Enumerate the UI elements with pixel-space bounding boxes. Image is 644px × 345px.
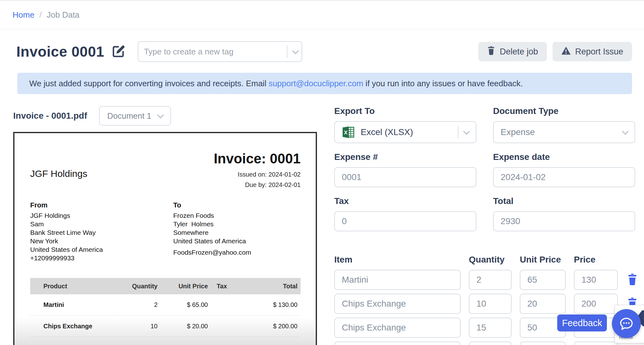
document-type-label: Document Type xyxy=(493,106,635,116)
to-line: Tyler Holmes xyxy=(173,220,251,228)
report-issue-button[interactable]: Report Issue xyxy=(552,42,632,61)
cell-quantity: 10 xyxy=(120,323,158,330)
to-line: United States of America xyxy=(173,237,251,245)
preview-table-row: Martini 2 $ 65.00 $ 130.00 xyxy=(30,294,301,315)
page-header: Invoice 0001 Delete job xyxy=(16,41,632,62)
from-line: New York xyxy=(30,237,173,245)
item-unit-price-input[interactable] xyxy=(520,294,566,314)
to-block: To Frozen Foods Tyler Holmes Somewhere U… xyxy=(173,201,251,262)
feedback-button[interactable]: Feedback xyxy=(557,314,607,331)
to-line: Frozen Foods xyxy=(173,211,251,220)
delete-item-button[interactable] xyxy=(626,274,639,286)
support-email-link[interactable]: support@docuclipper.com xyxy=(269,79,363,88)
item-price-input[interactable] xyxy=(574,342,618,345)
price-col-label: Price xyxy=(574,255,618,265)
item-col-label: Item xyxy=(334,255,461,265)
report-issue-label: Report Issue xyxy=(575,47,623,57)
breadcrumb-home-link[interactable]: Home xyxy=(13,10,34,20)
chevron-down-icon xyxy=(157,112,164,118)
edit-title-button[interactable] xyxy=(111,44,126,59)
item-name-input[interactable] xyxy=(334,342,461,345)
page-title: Invoice 0001 xyxy=(16,43,104,60)
from-line: United States of America xyxy=(30,245,173,254)
from-line: Bank Street Lime Way xyxy=(30,228,173,237)
breadcrumb-current: Job Data xyxy=(47,10,80,20)
preview-company: JGF Holdings xyxy=(30,168,87,189)
total-input[interactable] xyxy=(493,211,635,231)
chevron-down-icon xyxy=(622,128,629,135)
item-name-input[interactable] xyxy=(334,294,461,314)
delete-job-button[interactable]: Delete job xyxy=(478,42,547,61)
breadcrumb-separator: / xyxy=(39,10,42,20)
from-label: From xyxy=(30,201,173,209)
chat-bubble-icon xyxy=(617,314,636,333)
item-quantity-input[interactable] xyxy=(469,342,512,345)
breadcrumb: Home / Job Data xyxy=(0,1,644,29)
extraction-form: Export To X Excel (XLSX) xyxy=(334,106,637,345)
file-name: Invoice - 0001.pdf xyxy=(13,111,87,121)
export-to-value: Excel (XLSX) xyxy=(361,127,413,137)
item-name-input[interactable] xyxy=(334,270,461,290)
item-price-input[interactable] xyxy=(574,294,618,314)
expense-number-label: Expense # xyxy=(334,152,476,162)
cell-quantity: 2 xyxy=(120,301,158,308)
cell-product: Chips Exchange xyxy=(30,323,120,330)
expense-date-input[interactable] xyxy=(493,167,635,187)
document-type-value: Expense xyxy=(501,127,535,137)
export-to-label: Export To xyxy=(334,106,476,116)
edit-pencil-icon xyxy=(111,44,126,59)
preview-table-row: Chips Exchange 15 $ 50.00 $ 750.00 xyxy=(30,337,301,345)
preview-table-header: Product Quantity Unit Price Tax Total xyxy=(30,278,301,294)
trash-icon xyxy=(627,274,638,286)
preview-col-total: Total xyxy=(242,283,297,290)
unit-price-col-label: Unit Price xyxy=(520,255,566,265)
item-name-input[interactable] xyxy=(334,318,461,338)
delete-job-label: Delete job xyxy=(500,47,538,57)
item-quantity-input[interactable] xyxy=(469,270,512,290)
item-unit-price-input[interactable] xyxy=(520,342,566,345)
preview-col-product: Product xyxy=(30,283,120,290)
item-quantity-input[interactable] xyxy=(469,294,512,314)
from-line: JGF Holdings xyxy=(30,211,173,220)
tag-input[interactable] xyxy=(144,47,284,57)
document-select-value: Document 1 xyxy=(107,111,151,121)
chevron-down-icon xyxy=(463,128,470,135)
cell-product: Martini xyxy=(30,301,120,308)
banner-text-after: if you run into any issues or have feedb… xyxy=(363,79,523,88)
item-row xyxy=(334,342,637,345)
select-divider xyxy=(458,126,458,139)
quantity-col-label: Quantity xyxy=(469,255,512,265)
chevron-down-icon[interactable] xyxy=(292,48,299,54)
to-label: To xyxy=(173,201,251,209)
to-line: FoodsFrozen@yahoo.com xyxy=(173,248,251,257)
invoice-preview[interactable]: JGF Holdings Invoice: 0001 Issued on: 20… xyxy=(13,132,317,345)
preview-col-unit-price: Unit Price xyxy=(158,283,208,290)
item-price-input[interactable] xyxy=(574,270,618,290)
preview-col-quantity: Quantity xyxy=(120,283,158,290)
tag-divider xyxy=(287,45,287,58)
total-label: Total xyxy=(493,196,635,206)
item-unit-price-input[interactable] xyxy=(520,270,566,290)
tag-selector xyxy=(138,41,302,62)
warning-triangle-icon xyxy=(561,46,571,57)
item-row xyxy=(334,294,637,314)
svg-text:X: X xyxy=(344,130,348,136)
expense-date-label: Expense date xyxy=(493,152,635,162)
line-items-header: Item Quantity Unit Price Price xyxy=(334,255,637,265)
document-type-select[interactable]: Expense xyxy=(493,121,635,143)
preview-invoice-title: Invoice: 0001 xyxy=(214,151,301,167)
excel-icon: X xyxy=(342,126,355,139)
export-to-select[interactable]: X Excel (XLSX) xyxy=(334,121,476,143)
item-quantity-input[interactable] xyxy=(469,318,512,338)
chat-launcher-button[interactable] xyxy=(612,309,641,338)
preview-table: Product Quantity Unit Price Tax Total Ma… xyxy=(30,278,301,345)
cell-total: $ 200.00 xyxy=(242,323,297,330)
to-line: Somewhere xyxy=(173,228,251,237)
cell-unit-price: $ 20.00 xyxy=(158,323,208,330)
from-line: +12099999933 xyxy=(30,254,173,262)
tax-input[interactable] xyxy=(334,211,476,231)
document-select[interactable]: Document 1 xyxy=(99,106,171,126)
from-block: From JGF Holdings Sam Bank Street Lime W… xyxy=(30,201,173,262)
expense-number-input[interactable] xyxy=(334,167,476,187)
tax-label: Tax xyxy=(334,196,476,206)
